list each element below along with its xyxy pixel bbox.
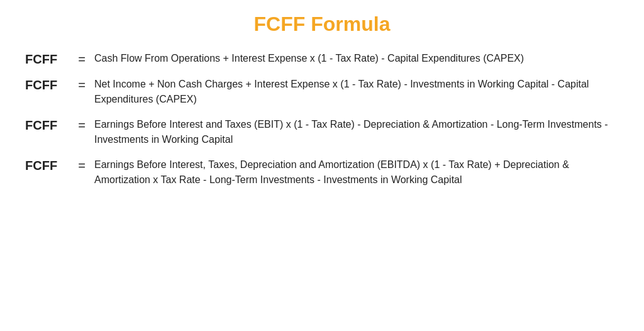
formula-equals-2: = (69, 77, 94, 93)
formula-row-3: FCFF=Earnings Before Interest and Taxes … (25, 117, 619, 147)
formula-rhs-2: Net Income + Non Cash Charges + Interest… (94, 77, 619, 107)
formula-row-4: FCFF=Earnings Before Interest, Taxes, De… (25, 157, 619, 188)
formulas-container: FCFF=Cash Flow From Operations + Interes… (25, 51, 619, 188)
formula-equals-4: = (69, 157, 94, 173)
formula-row-2: FCFF=Net Income + Non Cash Charges + Int… (25, 77, 619, 107)
formula-lhs-1: FCFF (25, 51, 69, 67)
formula-equals-1: = (69, 51, 94, 67)
formula-rhs-4: Earnings Before Interest, Taxes, Depreci… (94, 157, 619, 188)
formula-lhs-2: FCFF (25, 77, 69, 93)
formula-rhs-1: Cash Flow From Operations + Interest Exp… (94, 51, 619, 66)
formula-lhs-3: FCFF (25, 117, 69, 133)
formula-row-1: FCFF=Cash Flow From Operations + Interes… (25, 51, 619, 67)
page-title: FCFF Formula (254, 13, 391, 36)
formula-lhs-4: FCFF (25, 157, 69, 173)
formula-rhs-3: Earnings Before Interest and Taxes (EBIT… (94, 117, 619, 147)
formula-equals-3: = (69, 117, 94, 133)
